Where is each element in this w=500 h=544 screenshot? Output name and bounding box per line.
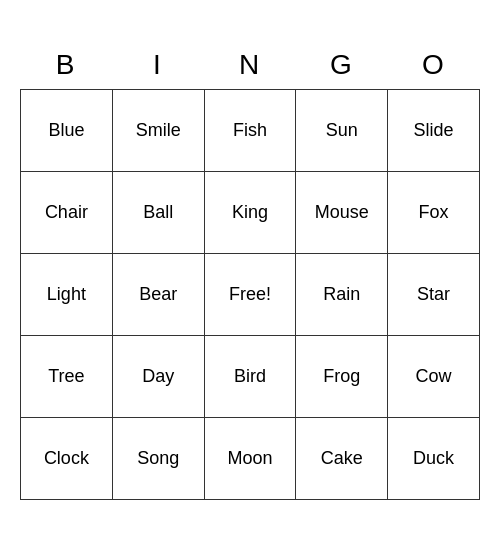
bingo-cell[interactable]: Fish: [204, 89, 296, 171]
bingo-cell[interactable]: King: [204, 171, 296, 253]
bingo-cell[interactable]: Clock: [21, 417, 113, 499]
bingo-cell[interactable]: Bear: [112, 253, 204, 335]
header-letter: O: [388, 45, 480, 85]
bingo-cell[interactable]: Tree: [21, 335, 113, 417]
bingo-cell[interactable]: Blue: [21, 89, 113, 171]
bingo-cell[interactable]: Bird: [204, 335, 296, 417]
header-letter: N: [204, 45, 296, 85]
bingo-cell[interactable]: Rain: [296, 253, 388, 335]
bingo-header: BINGO: [20, 45, 480, 85]
bingo-grid: BlueSmileFishSunSlideChairBallKingMouseF…: [20, 89, 480, 500]
bingo-cell[interactable]: Smile: [112, 89, 204, 171]
bingo-cell[interactable]: Free!: [204, 253, 296, 335]
table-row: ClockSongMoonCakeDuck: [21, 417, 480, 499]
bingo-cell[interactable]: Light: [21, 253, 113, 335]
bingo-cell[interactable]: Mouse: [296, 171, 388, 253]
table-row: BlueSmileFishSunSlide: [21, 89, 480, 171]
bingo-cell[interactable]: Sun: [296, 89, 388, 171]
header-letter: G: [296, 45, 388, 85]
bingo-cell[interactable]: Cake: [296, 417, 388, 499]
bingo-cell[interactable]: Day: [112, 335, 204, 417]
bingo-cell[interactable]: Fox: [388, 171, 480, 253]
bingo-card: BINGO BlueSmileFishSunSlideChairBallKing…: [20, 45, 480, 500]
bingo-cell[interactable]: Slide: [388, 89, 480, 171]
bingo-cell[interactable]: Moon: [204, 417, 296, 499]
table-row: ChairBallKingMouseFox: [21, 171, 480, 253]
header-letter: B: [20, 45, 112, 85]
bingo-cell[interactable]: Duck: [388, 417, 480, 499]
bingo-cell[interactable]: Star: [388, 253, 480, 335]
bingo-cell[interactable]: Cow: [388, 335, 480, 417]
bingo-cell[interactable]: Frog: [296, 335, 388, 417]
table-row: LightBearFree!RainStar: [21, 253, 480, 335]
bingo-cell[interactable]: Ball: [112, 171, 204, 253]
table-row: TreeDayBirdFrogCow: [21, 335, 480, 417]
bingo-cell[interactable]: Chair: [21, 171, 113, 253]
bingo-cell[interactable]: Song: [112, 417, 204, 499]
header-letter: I: [112, 45, 204, 85]
